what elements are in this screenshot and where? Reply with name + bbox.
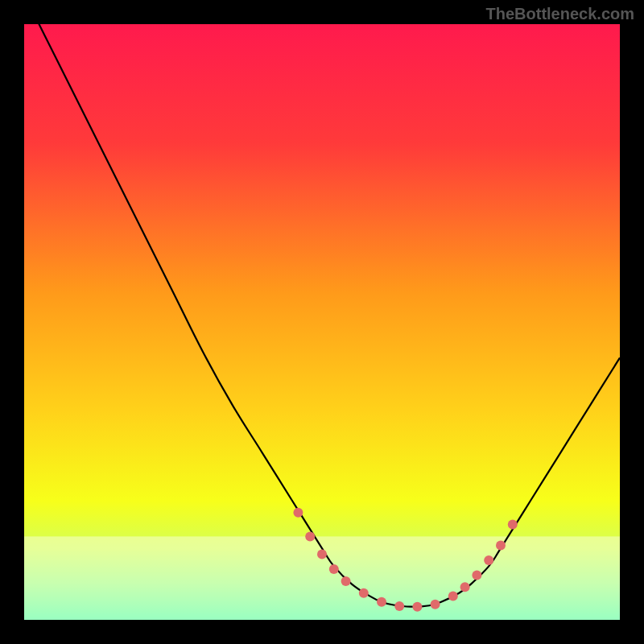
marker-dot [329,564,339,574]
gradient-background [24,24,620,620]
marker-dot [472,571,481,580]
chart-container [24,24,620,620]
marker-dot [484,555,493,565]
watermark-text: TheBottleneck.com [486,5,634,23]
marker-dot [377,597,386,607]
marker-dot [341,576,351,586]
marker-dot [412,602,422,612]
marker-dot [359,588,369,598]
marker-dot [305,531,315,541]
marker-dot [460,582,470,592]
marker-dot [508,520,518,530]
marker-dot [496,541,506,551]
marker-dot [431,600,440,609]
chart-svg [24,24,620,620]
marker-dot [394,601,404,611]
marker-dot [293,508,303,518]
marker-dot [448,591,458,601]
marker-dot [317,550,327,559]
